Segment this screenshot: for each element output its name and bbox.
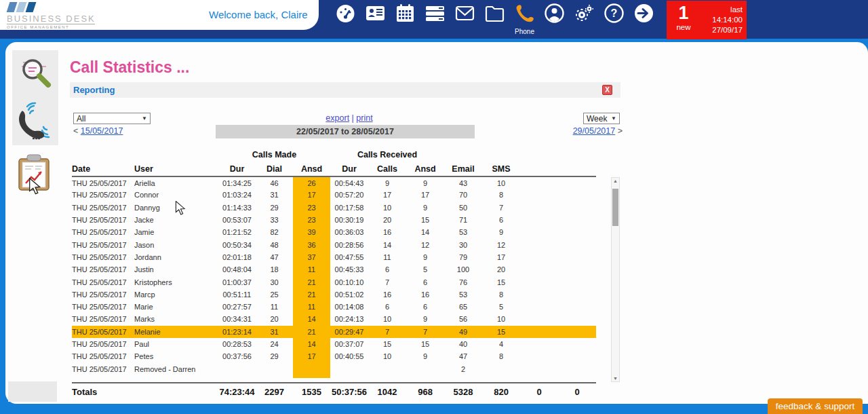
group-header-spacer [444,148,596,162]
table-row[interactable]: THU 25/05/2017Jamie01:21:52823900:36:031… [72,226,596,238]
cell-date: THU 25/05/2017 [72,176,134,189]
cell-value [558,202,596,214]
cell-value: 21 [293,326,330,338]
cell-value: 00:37:07 [330,338,368,350]
table-scrollbar[interactable]: ▲ ▼ [611,177,620,382]
cell-value [558,326,596,338]
help-icon[interactable]: ? [604,3,625,26]
sidebar-bottom-item[interactable] [8,381,57,402]
cell-value: 01:34:25 [218,176,256,189]
total-value: 0 [558,383,596,400]
dashboard-icon[interactable] [335,3,356,26]
col-header-dial: Dial [256,162,293,176]
table-row[interactable]: THU 25/05/2017Justin00:48:04181100:45:33… [72,263,596,276]
cell-value: 00:29:47 [330,326,368,338]
table-row[interactable]: THU 25/05/2017Jacke00:53:07332300:30:192… [72,214,596,226]
prev-week-link[interactable]: 15/05/2017 [81,126,123,136]
cell-value: 29 [256,350,293,362]
feedback-support-button[interactable]: feedback & support [768,398,863,414]
scrollbar-down-icon[interactable]: ▼ [612,376,619,381]
cell-value [520,288,558,301]
phone-icon[interactable]: Phone [514,3,535,26]
user-icon[interactable] [544,3,565,26]
close-icon[interactable]: X [602,85,612,95]
cell-value: 36 [293,238,330,250]
table-row[interactable]: THU 25/05/2017Paul00:28:53241400:37:0715… [72,338,596,350]
cell-value: 00:40:55 [330,350,368,362]
cell-value: 9 [406,350,444,362]
cell-value [520,251,558,263]
cell-value: 7 [406,326,444,338]
calendar-icon[interactable] [395,3,416,26]
cell-value: 8 [482,350,520,362]
cell-value [558,238,596,250]
table-row[interactable]: THU 25/05/2017Removed - Darren2 [72,362,596,375]
server-list-icon[interactable] [425,3,446,26]
cell-value [558,338,596,350]
cell-date: THU 25/05/2017 [72,189,134,201]
period-select[interactable]: Week▼ [583,113,620,124]
table-row[interactable]: THU 25/05/2017Kristophers01:00:37302100:… [72,276,596,288]
logout-icon[interactable] [633,3,654,26]
cell-value: 9 [368,176,406,189]
cell-value: 7 [368,276,406,288]
table-row[interactable]: THU 25/05/2017Jason00:50:34483600:28:561… [72,238,596,250]
cell-value [520,326,558,338]
folder-icon[interactable] [484,3,505,26]
table-row[interactable]: THU 25/05/2017Marie00:27:57111100:14:086… [72,301,596,313]
cell-value: 14 [368,238,406,250]
cell-user: Marks [134,313,218,325]
cell-value [520,226,558,238]
cell-value: 00:28:56 [330,238,368,250]
date-range-display: 22/05/2017 to 28/05/2017 [216,125,475,138]
cell-value [256,362,293,375]
cell-value: 00:28:53 [218,338,256,350]
cell-value [368,362,406,375]
table-row[interactable]: THU 25/05/2017Marks00:34:31201400:24:131… [72,313,596,325]
table-row[interactable]: THU 25/05/2017Dannyg01:14:33292300:17:58… [72,202,596,214]
table-row[interactable]: THU 25/05/2017Ariella01:34:25462600:54:4… [72,176,596,189]
cell-value: 50 [444,202,482,214]
cell-value [520,238,558,250]
notification-box[interactable]: 1 new last 14:14:00 27/09/17 [667,1,747,39]
cell-value: 14 [293,313,330,325]
export-link[interactable]: export [326,113,349,123]
total-value: 50:37:56 [330,383,368,400]
print-link[interactable]: print [356,113,372,123]
cell-user: Marie [134,301,218,313]
cell-value: 100 [444,263,482,276]
cell-value: 14 [293,338,330,350]
cell-date: THU 25/05/2017 [72,251,134,263]
logo-title: BUSINESS DESK [7,12,95,24]
user-filter-select[interactable]: All▼ [73,113,151,124]
logo-panel: BUSINESS DESK OFFICE MANAGEMENT Welcome … [0,0,319,30]
page-title: Call Statistics ... [70,58,189,77]
cell-date: THU 25/05/2017 [72,276,134,288]
top-header-bar: BUSINESS DESK OFFICE MANAGEMENT Welcome … [0,0,868,39]
cell-value: 20 [256,313,293,325]
search-report-icon[interactable] [16,54,54,95]
reports-clipboard-icon[interactable] [16,153,52,195]
next-week-link[interactable]: 29/05/2017 [573,126,616,136]
settings-icon[interactable] [574,3,595,26]
table-row[interactable]: THU 25/05/2017Marcp00:51:11252100:51:021… [72,288,596,301]
total-value: 0 [520,383,558,400]
phone-stats-icon[interactable] [12,102,56,147]
logo-subtitle: OFFICE MANAGEMENT [7,25,95,29]
email-icon[interactable] [454,3,475,26]
cell-value: 11 [256,301,293,313]
cell-user: Marcp [134,288,218,301]
scrollbar-thumb[interactable] [612,189,618,226]
cell-value: 01:21:52 [218,226,256,238]
contacts-card-icon[interactable] [365,3,386,26]
cell-value: 10 [482,176,520,189]
cell-value: 00:51:02 [330,288,368,301]
table-row[interactable]: THU 25/05/2017Connor01:03:24311700:57:20… [72,189,596,201]
cell-value: 4 [482,338,520,350]
page: BUSINESS DESK OFFICE MANAGEMENT Welcome … [0,0,868,414]
scrollbar-up-icon[interactable]: ▲ [612,178,619,183]
table-row[interactable]: THU 25/05/2017Petes00:37:56291700:40:551… [72,350,596,362]
table-row[interactable]: THU 25/05/2017Melanie01:23:14312100:29:4… [72,326,596,338]
table-row[interactable]: THU 25/05/2017Jordann02:01:18473700:47:5… [72,251,596,263]
chevron-down-icon: ▼ [142,115,147,121]
